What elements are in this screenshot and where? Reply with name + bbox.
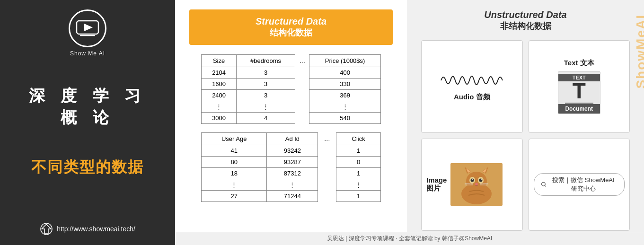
- table-row: 1600 3 330: [202, 79, 381, 90]
- doc-bottom-label: Document: [558, 104, 600, 114]
- table-row: 80 93287 0: [202, 157, 381, 168]
- nav-icon: [40, 222, 53, 236]
- search-wechat-label: 搜索｜微信 ShowMeAI 研究中心: [549, 176, 618, 193]
- cat-image: [450, 163, 503, 206]
- table-row: ⋮ ⋮ ⋮: [202, 179, 381, 191]
- footer-bar: 吴恩达 | 深度学习专项课程 · 全套笔记解读 by 韩信子@ShowMeAI: [175, 232, 644, 245]
- structured-section: Structured Data 结构化数据 Size #bedrooms … P…: [175, 0, 407, 245]
- data-types-grid: Audio 音频 Text 文本 TEXT T Document: [421, 40, 630, 231]
- table-row: 41 93242 1: [202, 145, 381, 157]
- logo-text: Show Me AI: [70, 50, 105, 57]
- text-doc-card: Text 文本 TEXT T Document: [529, 40, 630, 133]
- svg-point-6: [466, 172, 487, 191]
- table1-header-size: Size: [202, 55, 237, 67]
- table-row: 18 87312 1: [202, 168, 381, 179]
- svg-line-23: [545, 186, 546, 187]
- table1-header-price: Price (1000$s): [309, 55, 381, 67]
- audio-label: Audio 音频: [454, 93, 490, 102]
- table-row: 2104 3 400: [202, 67, 381, 79]
- watermark: ShowMeAI: [634, 14, 644, 89]
- table2: User Age Ad Id … Click 41 93242 1 80 932…: [201, 132, 381, 202]
- table1-header-ellipsis: …: [295, 55, 309, 67]
- search-wechat-card: 搜索｜微信 ShowMeAI 研究中心: [529, 139, 630, 231]
- svg-marker-1: [84, 24, 93, 31]
- sidebar: Show Me AI 深 度 学 习 概 论 不同类型的数据 http://ww…: [0, 0, 175, 245]
- svg-point-15: [472, 179, 473, 180]
- audio-card: Audio 音频: [421, 40, 523, 133]
- table2-header-adid: Ad Id: [267, 133, 318, 145]
- footer-url: http://www.showmeai.tech/: [57, 225, 135, 233]
- audio-wave: [439, 71, 505, 90]
- footer-link[interactable]: http://www.showmeai.tech/: [40, 213, 135, 236]
- svg-point-16: [481, 179, 482, 180]
- structured-zh-title: 结构化数据: [199, 27, 383, 38]
- table2-header-ellipsis: …: [318, 133, 336, 145]
- sub-title: 不同类型的数据: [31, 157, 144, 178]
- doc-text-label: TEXT: [558, 74, 600, 81]
- svg-point-14: [479, 179, 483, 182]
- structured-header: Structured Data 结构化数据: [189, 9, 393, 45]
- table2-header-click: Click: [336, 133, 381, 145]
- logo-area: Show Me AI: [69, 9, 106, 57]
- unstructured-en-title: Unstructured Data: [421, 9, 630, 20]
- search-wechat-text: 搜索｜微信 ShowMeAI 研究中心: [534, 173, 625, 196]
- doc-icon-box: TEXT T Document: [558, 71, 600, 114]
- table-row: 2400 3 369: [202, 90, 381, 101]
- table-row: ⋮ ⋮ ⋮: [202, 101, 381, 113]
- unstructured-section: Unstructured Data 非结构化数据 ShowMeAI Audio …: [407, 0, 644, 245]
- search-icon: [541, 181, 547, 188]
- unstructured-header: Unstructured Data 非结构化数据: [421, 9, 630, 32]
- table-row: 27 71244 1: [202, 191, 381, 202]
- text-label: Text 文本: [564, 59, 594, 68]
- doc-big-t: T: [573, 80, 586, 102]
- logo-circle: [69, 9, 106, 47]
- main-title: 深 度 学 习 概 论: [14, 85, 161, 129]
- image-card: Image图片: [421, 139, 523, 231]
- svg-point-17: [475, 183, 478, 185]
- footer-text-label: 吴恩达 | 深度学习专项课程 · 全套笔记解读 by 韩信子@ShowMeAI: [327, 235, 492, 242]
- table2-header-age: User Age: [202, 133, 267, 145]
- image-label: Image图片: [426, 176, 447, 193]
- unstructured-zh-title: 非结构化数据: [421, 20, 630, 32]
- svg-point-13: [471, 179, 474, 182]
- table1-header-bedrooms: #bedrooms: [237, 55, 295, 67]
- search-box[interactable]: 搜索｜微信 ShowMeAI 研究中心: [534, 173, 625, 196]
- svg-point-22: [541, 183, 545, 186]
- table-row: 3000 4 540: [202, 113, 381, 124]
- main-content: Structured Data 结构化数据 Size #bedrooms … P…: [175, 0, 644, 245]
- table1: Size #bedrooms … Price (1000$s) 2104 3 4…: [201, 54, 381, 124]
- structured-en-title: Structured Data: [199, 16, 383, 27]
- logo-icon: [76, 20, 99, 37]
